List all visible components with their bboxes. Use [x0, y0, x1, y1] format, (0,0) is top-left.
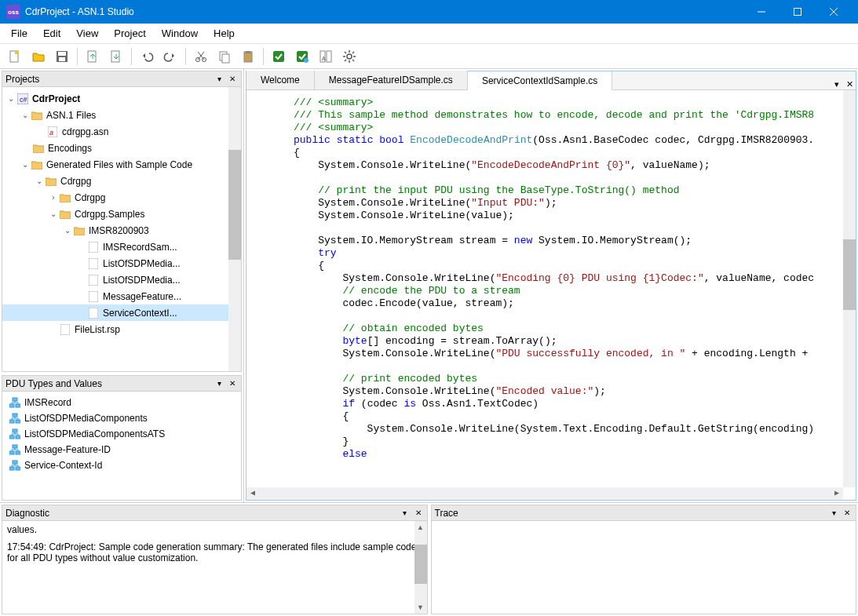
- tree-item[interactable]: IMSR8200903: [89, 225, 149, 236]
- tree-item[interactable]: ASN.1 Files: [46, 110, 96, 121]
- expand-toggle[interactable]: ⌄: [20, 160, 31, 169]
- svg-line-29: [352, 60, 354, 61]
- tree-item[interactable]: cdrgpg.asn: [62, 126, 108, 137]
- svg-text:a: a: [49, 129, 53, 137]
- expand-toggle[interactable]: ⌄: [62, 226, 73, 235]
- settings-icon[interactable]: [338, 46, 360, 67]
- open-folder-icon[interactable]: [27, 46, 49, 67]
- tree-root[interactable]: CdrProject: [32, 93, 80, 104]
- pdu-item[interactable]: Message-Feature-ID: [24, 444, 111, 455]
- code-hscroll-left-icon[interactable]: ◀: [246, 487, 259, 500]
- tree-item[interactable]: ListOfSDPMedia...: [103, 275, 181, 286]
- pdu-item[interactable]: ListOfSDPMediaComponents: [24, 413, 148, 424]
- expand-toggle[interactable]: ⌄: [34, 177, 45, 185]
- tab-message-feature[interactable]: MessageFeatureIDSample.cs: [315, 71, 468, 89]
- cut-icon[interactable]: [190, 46, 212, 67]
- minimize-button[interactable]: [743, 0, 780, 24]
- panel-dropdown-icon[interactable]: ▾: [214, 378, 225, 389]
- code-editor[interactable]: /// <summary> /// This sample method dem…: [246, 90, 856, 500]
- pdu-list[interactable]: IMSRecord ListOfSDPMediaComponents ListO…: [2, 392, 241, 500]
- panel-dropdown-icon[interactable]: ▾: [828, 508, 839, 519]
- projects-tree[interactable]: ⌄c#CdrProject ⌄ASN.1 Files acdrgpg.asn E…: [2, 87, 241, 371]
- svg-rect-53: [16, 451, 20, 454]
- tree-item[interactable]: Cdrgpg.Samples: [75, 209, 144, 220]
- new-file-icon[interactable]: [4, 46, 26, 67]
- redo-icon[interactable]: [159, 46, 181, 67]
- tree-item[interactable]: Cdrgpg: [75, 192, 105, 203]
- validate-icon[interactable]: [268, 46, 290, 67]
- svg-rect-47: [16, 420, 20, 423]
- file-icon: [87, 307, 100, 319]
- menu-edit[interactable]: Edit: [35, 24, 68, 42]
- tab-dropdown-icon[interactable]: ▾: [831, 79, 843, 89]
- folder-icon: [59, 191, 71, 204]
- undo-icon[interactable]: [136, 46, 158, 67]
- tree-item[interactable]: ListOfSDPMedia...: [103, 258, 181, 269]
- svg-rect-44: [16, 404, 20, 407]
- trace-panel: Trace ▾ ✕: [431, 505, 857, 614]
- close-button[interactable]: [816, 0, 852, 24]
- svg-rect-41: [60, 324, 70, 335]
- menu-bar: File Edit View Project Window Help: [0, 24, 858, 44]
- diag-scrollbar-thumb[interactable]: [414, 545, 427, 584]
- tree-item[interactable]: IMSRecordSam...: [103, 242, 177, 253]
- svg-text:c#: c#: [20, 96, 27, 104]
- tab-close-icon[interactable]: ✕: [843, 79, 856, 89]
- tree-item[interactable]: Cdrgpg: [60, 176, 91, 187]
- panel-close-icon[interactable]: ✕: [227, 74, 238, 85]
- tab-service-context[interactable]: ServiceContextIdSample.cs: [468, 71, 612, 90]
- copy-icon[interactable]: [214, 46, 235, 67]
- menu-project[interactable]: Project: [106, 24, 153, 42]
- svg-rect-50: [16, 436, 20, 439]
- pdu-panel-title: PDU Types and Values: [5, 378, 211, 389]
- maximize-button[interactable]: [780, 0, 816, 24]
- svg-text:A: A: [322, 56, 326, 61]
- save-icon[interactable]: [51, 46, 73, 67]
- tree-item[interactable]: MessageFeature...: [103, 291, 181, 302]
- folder-icon: [32, 142, 45, 155]
- tree-item[interactable]: Generated Files with Sample Code: [46, 159, 192, 170]
- expand-toggle[interactable]: ⌄: [5, 94, 16, 103]
- pdu-item[interactable]: Service-Context-Id: [24, 460, 102, 471]
- paste-icon[interactable]: [237, 46, 259, 67]
- svg-rect-55: [9, 467, 14, 470]
- trace-body[interactable]: [432, 521, 856, 614]
- menu-view[interactable]: View: [68, 24, 106, 42]
- tree-item[interactable]: FileList.rsp: [75, 324, 120, 335]
- svg-rect-51: [13, 445, 17, 448]
- compare-icon[interactable]: A: [315, 46, 337, 67]
- menu-help[interactable]: Help: [206, 24, 243, 42]
- diagnostic-body[interactable]: values. 17:54:49: CdrProject: Sample cod…: [2, 521, 427, 614]
- validate-all-icon[interactable]: [291, 46, 313, 67]
- menu-file[interactable]: File: [3, 24, 35, 42]
- folder-icon: [45, 175, 57, 188]
- panel-dropdown-icon[interactable]: ▾: [400, 508, 411, 519]
- pdu-item[interactable]: ListOfSDPMediaComponentsATS: [24, 428, 165, 439]
- panel-close-icon[interactable]: ✕: [842, 508, 853, 519]
- tree-scrollbar-thumb[interactable]: [228, 150, 241, 260]
- export-icon[interactable]: [105, 46, 127, 67]
- import-icon[interactable]: [82, 46, 104, 67]
- diag-scroll-up-icon[interactable]: ▲: [414, 521, 427, 534]
- diag-scroll-down-icon[interactable]: ▼: [414, 601, 427, 614]
- file-icon: [59, 323, 71, 336]
- svg-rect-14: [222, 54, 229, 63]
- tree-item[interactable]: Encodings: [48, 143, 92, 154]
- expand-toggle[interactable]: ›: [48, 193, 59, 202]
- title-bar: oss CdrProject - ASN.1 Studio: [0, 0, 858, 24]
- code-vscrollbar-thumb[interactable]: [843, 239, 856, 310]
- panel-dropdown-icon[interactable]: ▾: [214, 74, 225, 85]
- tab-welcome[interactable]: Welcome: [246, 71, 315, 89]
- menu-window[interactable]: Window: [154, 24, 206, 42]
- pdu-panel: PDU Types and Values ▾ ✕ IMSRecord ListO…: [2, 375, 242, 501]
- tree-item-selected[interactable]: ServiceContextI...: [103, 308, 177, 319]
- editor-tabs: Welcome MessageFeatureIDSample.cs Servic…: [246, 71, 856, 90]
- panel-close-icon[interactable]: ✕: [413, 508, 424, 519]
- expand-toggle[interactable]: ⌄: [20, 111, 31, 119]
- pdu-item[interactable]: IMSRecord: [24, 397, 71, 408]
- code-hscroll-right-icon[interactable]: ▶: [831, 487, 843, 500]
- project-icon: c#: [16, 93, 29, 105]
- code-hscrollbar[interactable]: [246, 487, 843, 500]
- panel-close-icon[interactable]: ✕: [227, 378, 238, 389]
- expand-toggle[interactable]: ⌄: [48, 210, 59, 218]
